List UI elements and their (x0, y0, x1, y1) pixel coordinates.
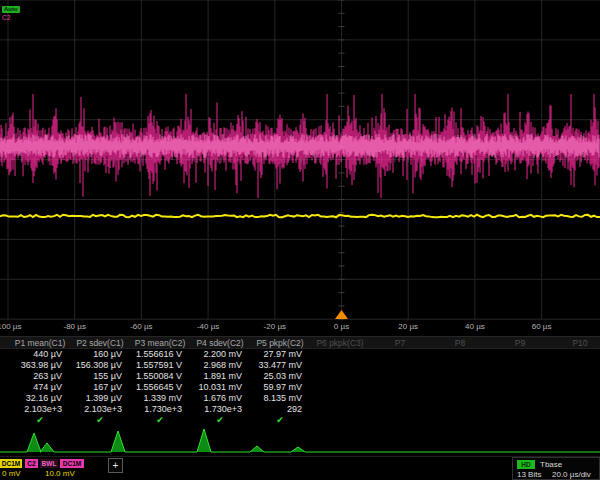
measure-cell (490, 349, 550, 360)
measure-header[interactable]: P1 mean(C1) (10, 337, 70, 348)
measure-cell (370, 360, 430, 371)
measure-cell: 1.730e+3 (130, 404, 190, 415)
time-axis: -100 µs-80 µs-60 µs-40 µs-20 µs0 µs20 µs… (0, 319, 600, 334)
trend-line (0, 429, 600, 452)
measure-cell (370, 382, 430, 393)
measure-row: 440 µV160 µV1.556616 V2.200 mV27.97 mV (0, 349, 600, 360)
timebase-descriptor[interactable]: HD Tbase 13 Bits 20.0 µs/div (512, 457, 600, 480)
waveform-display[interactable] (0, 0, 600, 320)
measure-cell (310, 404, 370, 415)
measure-cell (370, 371, 430, 382)
measure-cell (310, 382, 370, 393)
measure-cell: 1.556645 V (130, 382, 190, 393)
measure-cell (370, 393, 430, 404)
measure-cell (310, 360, 370, 371)
measure-cell: 25.03 mV (250, 371, 310, 382)
measure-cell: 1.550084 V (130, 371, 190, 382)
hd-badge: HD (517, 460, 535, 469)
status-check-icon: ✔ (216, 415, 224, 425)
measure-cell (490, 404, 550, 415)
measurement-status-row: ✔✔✔✔✔ (0, 415, 600, 427)
measure-cell (430, 404, 490, 415)
c1-offset-value: 0 mV (2, 469, 21, 478)
time-label: -20 µs (264, 322, 286, 331)
measure-header[interactable]: P6 pkpk(C3) (310, 337, 370, 348)
c1-trace (0, 215, 600, 218)
time-per-div-value: 20.0 µs/div (552, 470, 591, 479)
measure-cell (310, 371, 370, 382)
measure-header-row: P1 mean(C1)P2 sdev(C1)P3 mean(C2)P4 sdev… (0, 336, 600, 349)
acquisition-status-badge: Auto (2, 6, 20, 13)
measure-header[interactable]: P2 sdev(C1) (70, 337, 130, 348)
measure-header[interactable]: P4 sdev(C2) (190, 337, 250, 348)
measure-cell: 160 µV (70, 349, 130, 360)
measure-cell: 363.98 µV (10, 360, 70, 371)
measure-cell: 263 µV (10, 371, 70, 382)
measure-header[interactable]: P3 mean(C2) (130, 337, 190, 348)
measure-cell: 32.16 µV (10, 393, 70, 404)
measure-cell: 1.730e+3 (190, 404, 250, 415)
measure-cell (370, 404, 430, 415)
measure-cell (550, 360, 600, 371)
bits-value: 13 Bits (517, 470, 541, 479)
measure-cell (430, 382, 490, 393)
measure-header[interactable]: P8 (430, 337, 490, 348)
time-label: 0 µs (334, 322, 349, 331)
measure-cell: 2.200 mV (190, 349, 250, 360)
measure-cell: 474 µV (10, 382, 70, 393)
time-label: -40 µs (197, 322, 219, 331)
time-label: 20 µs (398, 322, 418, 331)
measure-row: 363.98 µV156.308 µV1.557591 V2.968 mV33.… (0, 360, 600, 371)
bottom-bar: DC1M 0 mV C2 BWL DC1M 10.0 mV + HD Tbase… (0, 456, 600, 480)
measure-cell (370, 349, 430, 360)
measure-cell: 2.103e+3 (10, 404, 70, 415)
measure-cell (490, 371, 550, 382)
measure-cell: 27.97 mV (250, 349, 310, 360)
time-label: -60 µs (130, 322, 152, 331)
measure-row: 263 µV155 µV1.550084 V1.891 mV25.03 mV (0, 371, 600, 382)
measure-header[interactable]: P7 (370, 337, 430, 348)
measure-cell: 1.339 mV (130, 393, 190, 404)
measure-cell: 2.103e+3 (70, 404, 130, 415)
measure-row: 474 µV167 µV1.556645 V10.031 mV59.97 mV (0, 382, 600, 393)
measure-cell: 8.135 mV (250, 393, 310, 404)
measure-cell (490, 393, 550, 404)
time-label: 40 µs (465, 322, 485, 331)
measure-cell: 33.477 mV (250, 360, 310, 371)
measure-cell: 2.968 mV (190, 360, 250, 371)
status-check-icon: ✔ (96, 415, 104, 425)
measure-cell (490, 382, 550, 393)
channel1-descriptor[interactable]: DC1M 0 mV (0, 457, 24, 480)
measure-cell (550, 404, 600, 415)
measure-header[interactable]: P5 pkpk(C2) (250, 337, 310, 348)
trend-trace (0, 426, 600, 458)
measure-row: 32.16 µV1.399 µV1.339 mV1.676 mV8.135 mV (0, 393, 600, 404)
c2-bwl-chip: BWL (40, 459, 58, 468)
measure-cell: 1.891 mV (190, 371, 250, 382)
measure-cell: 155 µV (70, 371, 130, 382)
c2-coupling-chip: DC1M (60, 459, 84, 468)
measure-header[interactable]: P9 (490, 337, 550, 348)
trigger-time-marker[interactable] (335, 310, 348, 319)
c1-coupling-chip: DC1M (0, 459, 22, 468)
status-check-icon: ✔ (276, 415, 284, 425)
oscilloscope-screen: Auto C2 -100 µs-80 µs-60 µs-40 µs-20 µs0… (0, 0, 600, 480)
c2-channel-chip: C2 (25, 459, 38, 468)
measure-cell (550, 393, 600, 404)
measure-cell: 1.556616 V (130, 349, 190, 360)
add-button[interactable]: + (108, 458, 123, 473)
status-overlay: Auto C2 (2, 2, 20, 21)
time-label: -100 µs (0, 322, 21, 331)
measure-header[interactable]: P10 (550, 337, 600, 348)
measure-cell (490, 360, 550, 371)
channel2-descriptor[interactable]: C2 BWL DC1M 10.0 mV (24, 457, 110, 480)
time-label: -80 µs (63, 322, 85, 331)
measure-cell: 1.557591 V (130, 360, 190, 371)
measure-row: 2.103e+32.103e+31.730e+31.730e+3292 (0, 404, 600, 415)
measure-cell: 1.676 mV (190, 393, 250, 404)
measure-cell (310, 349, 370, 360)
measure-cell: 10.031 mV (190, 382, 250, 393)
measure-cell: 59.97 mV (250, 382, 310, 393)
measurement-table: P1 mean(C1)P2 sdev(C1)P3 mean(C2)P4 sdev… (0, 336, 600, 415)
measure-cell (550, 382, 600, 393)
